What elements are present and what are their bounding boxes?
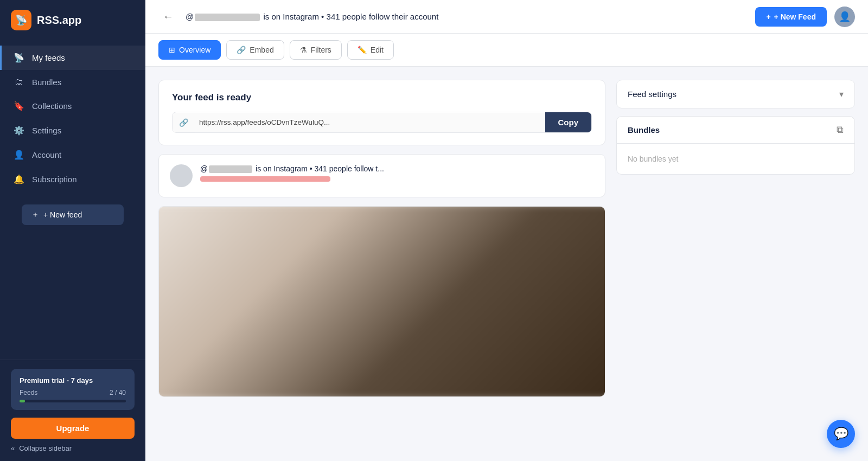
sidebar-item-label: Collections [32,101,72,111]
feed-url-text: https://rss.app/feeds/oCDvnTzeWuluQ... [195,113,545,132]
chevron-down-icon: ▾ [839,89,844,99]
tab-edit[interactable]: ✏️ Edit [347,40,394,60]
bundles-header: Bundles ⧉ [617,117,854,144]
sidebar-item-label: Account [32,150,61,159]
tab-overview[interactable]: ⊞ Overview [158,40,221,60]
main-area: ← @ is on Instagram • 341 people follow … [145,0,868,461]
sidebar-item-label: Settings [32,126,61,135]
sidebar-item-bundles[interactable]: 🗂 Bundles [0,70,145,94]
premium-title: Premium trial - 7 days [20,376,126,385]
sidebar: 📡 RSS.app 📡 My feeds 🗂 Bundles 🔖 Collect… [0,0,145,461]
sidebar-item-label: Subscription [32,175,77,184]
blurred-image [158,206,605,397]
feed-settings-header[interactable]: Feed settings ▾ [617,80,854,108]
premium-box: Premium trial - 7 days Feeds 2 / 40 [11,369,135,410]
preview-title: @ is on Instagram • 341 people follow t.… [200,164,594,173]
progress-bar-bg [20,400,126,402]
add-to-bundles-icon[interactable]: ⧉ [837,124,844,136]
copy-button[interactable]: Copy [545,112,592,132]
link-icon: 🔗 [237,46,246,54]
blurred-preview-name [209,165,252,173]
feed-settings-label: Feed settings [628,89,676,99]
link-icon: 🔗 [173,113,195,132]
plus-icon: ＋ [31,210,39,220]
image-card [158,206,605,397]
bundles-title: Bundles [628,125,660,135]
tab-embed[interactable]: 🔗 Embed [226,40,284,60]
tabs-bar: ⊞ Overview 🔗 Embed ⚗ Filters ✏️ Edit [145,34,868,67]
content-left: Your feed is ready 🔗 https://rss.app/fee… [158,80,605,448]
preview-avatar [170,164,193,187]
collapse-icon: « [11,444,15,452]
account-icon: 👤 [14,150,24,160]
upgrade-button[interactable]: Upgrade [11,418,135,439]
plus-icon-top: + [766,12,770,21]
rss-icon: 📡 [14,53,24,63]
chat-bubble-button[interactable]: 💬 [827,420,855,448]
edit-icon: ✏️ [358,46,367,54]
filter-icon: ⚗ [300,46,307,54]
topbar: ← @ is on Instagram • 341 people follow … [145,0,868,34]
sidebar-item-account[interactable]: 👤 Account [0,143,145,167]
feed-settings-dropdown: Feed settings ▾ [616,80,855,108]
sidebar-footer: Premium trial - 7 days Feeds 2 / 40 Upgr… [0,360,145,461]
feed-preview-card: @ is on Instagram • 341 people follow t.… [158,154,605,197]
logo-icon: 📡 [11,10,31,30]
back-button[interactable]: ← [158,8,178,25]
preview-url-blur [200,176,330,182]
blurred-username [195,14,260,21]
bundles-icon: 🗂 [14,77,24,87]
sidebar-nav: 📡 My feeds 🗂 Bundles 🔖 Collections ⚙️ Se… [0,40,145,360]
content-area: Your feed is ready 🔗 https://rss.app/fee… [145,67,868,461]
chat-icon: 💬 [834,427,848,441]
sidebar-item-label: My feeds [32,53,65,62]
no-bundles-text: No bundles yet [617,144,854,174]
overview-icon: ⊞ [169,46,175,54]
collections-icon: 🔖 [14,101,24,111]
feeds-label: Feeds [20,389,37,396]
sidebar-item-my-feeds[interactable]: 📡 My feeds [0,46,145,70]
new-feed-sidebar-button[interactable]: ＋ + New feed [22,204,124,225]
subscription-icon: 🔔 [14,174,24,184]
collapse-sidebar-button[interactable]: « Collapse sidebar [11,444,135,452]
avatar[interactable]: 👤 [834,7,855,27]
sidebar-item-settings[interactable]: ⚙️ Settings [0,118,145,143]
progress-bar-fill [20,400,25,402]
content-right: Feed settings ▾ Bundles ⧉ No bundles yet [616,80,855,448]
sidebar-item-collections[interactable]: 🔖 Collections [0,94,145,118]
new-feed-top-button[interactable]: + + New Feed [755,7,827,27]
feed-url-row: 🔗 https://rss.app/feeds/oCDvnTzeWuluQ...… [172,112,592,133]
content-grid: Your feed is ready 🔗 https://rss.app/fee… [145,67,868,461]
sidebar-item-label: Bundles [32,78,61,87]
settings-icon: ⚙️ [14,125,24,136]
preview-text-block: @ is on Instagram • 341 people follow t.… [200,164,594,182]
sidebar-item-subscription[interactable]: 🔔 Subscription [0,167,145,191]
app-logo[interactable]: 📡 RSS.app [0,0,145,40]
feeds-count: 2 / 40 [110,389,126,396]
feed-ready-title: Your feed is ready [172,92,592,103]
logo-text: RSS.app [37,14,81,27]
page-title: @ is on Instagram • 341 people follow th… [186,12,748,21]
bundles-card: Bundles ⧉ No bundles yet [616,116,855,175]
feed-ready-card: Your feed is ready 🔗 https://rss.app/fee… [158,80,605,145]
tab-filters[interactable]: ⚗ Filters [290,40,342,60]
